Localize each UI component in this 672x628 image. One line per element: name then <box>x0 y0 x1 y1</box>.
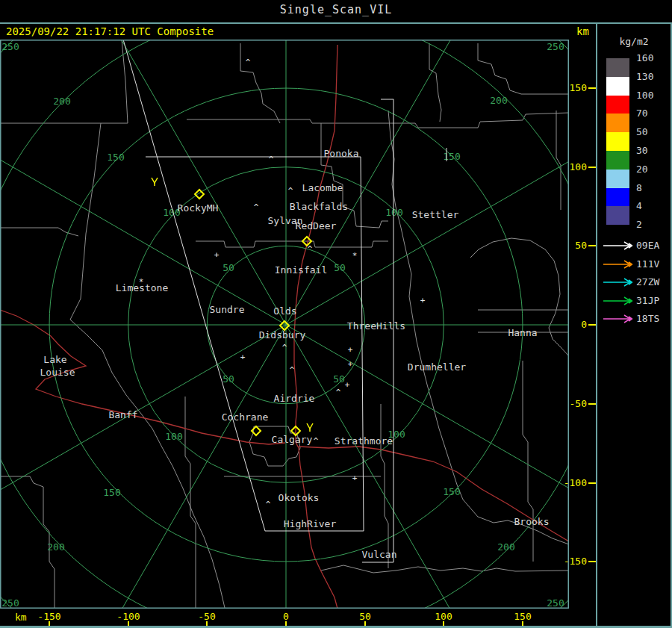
city-label: Drumheller <box>408 361 466 373</box>
town-marker: ^ <box>308 244 313 254</box>
right-axis-unit-label: km <box>576 25 589 37</box>
city-label: ThreeHills <box>347 320 405 332</box>
bottom-axis-tick-label: 150 <box>514 611 531 622</box>
boundary-line <box>470 238 569 356</box>
city-label: Calgary <box>272 434 313 445</box>
city-label: Sundre <box>210 304 245 315</box>
color-scale-swatch <box>606 132 629 151</box>
town-marker: ^ <box>282 343 287 352</box>
ring-distance-label: 200 <box>47 541 64 553</box>
town-marker: + <box>420 296 426 305</box>
station-arrow-icon <box>602 296 635 305</box>
town-marker: + <box>345 380 350 390</box>
bottom-axis-tick-label: -50 <box>198 611 215 622</box>
color-scale-value: 30 <box>636 145 648 156</box>
color-scale-value: 4 <box>636 200 642 211</box>
town-marker: ^ <box>246 57 251 67</box>
color-scale-value: 100 <box>636 90 653 101</box>
color-scale-swatch <box>606 77 629 96</box>
color-scale-swatch <box>606 114 629 132</box>
right-axis-tick <box>588 324 596 326</box>
ring-distance-label: 150 <box>443 486 460 497</box>
city-label: Lake <box>43 354 66 365</box>
right-axis-tick-label: 0 <box>581 319 587 330</box>
ring-distance-label: 250 <box>1 41 19 52</box>
ring-distance-label: 50 <box>333 373 345 385</box>
ring-distance-label: 250 <box>547 41 564 52</box>
city-label: Strathmore <box>335 435 393 447</box>
pointer-arrow-icon <box>152 178 158 183</box>
ring-distance-label: 100 <box>385 207 402 218</box>
town-marker: + <box>348 359 353 369</box>
bottom-axis-tick-label: 0 <box>283 611 289 622</box>
right-axis-tick-label: 50 <box>575 240 587 251</box>
city-label: RockyMH <box>178 202 219 214</box>
ring-distance-label: 50 <box>223 373 234 385</box>
right-axis-tick <box>588 482 596 484</box>
city-label: Stettler <box>412 209 459 220</box>
bottom-axis-tick-label: -150 <box>37 611 60 622</box>
right-axis-tick <box>588 87 596 89</box>
boundary-line <box>0 476 55 608</box>
city-label: HighRiver <box>284 518 337 529</box>
right-axis-tick <box>588 403 596 405</box>
bottom-axis-tick-label: 100 <box>435 611 452 622</box>
city-label: Blackfalds <box>290 201 348 212</box>
ring-distance-label: 200 <box>490 95 507 106</box>
city-label: RedDeer <box>296 220 337 231</box>
city-label: Lacombe <box>302 182 343 193</box>
info-bar: 2025/09/22 21:17:12 UTC Composite km <box>0 24 672 40</box>
legend-unit-label: kg/m2 <box>597 36 671 47</box>
radar-viewer-window: Single_Scan_VIL 2025/09/22 21:17:12 UTC … <box>0 0 672 628</box>
city-label: Okotoks <box>279 492 320 503</box>
right-axis-tick-label: 150 <box>570 82 587 93</box>
city-label: Louise <box>40 367 75 378</box>
color-scale-value: 50 <box>636 126 648 137</box>
ring-distance-label: 100 <box>165 431 182 442</box>
town-marker: ^ <box>254 202 259 212</box>
boundary-line <box>556 111 561 210</box>
right-axis-tick-label: 100 <box>570 161 587 172</box>
ring-distance-label: 50 <box>223 262 234 273</box>
color-scale-value: 160 <box>636 52 653 63</box>
city-label: Vulcan <box>362 549 397 560</box>
city-label: Banff <box>108 409 137 420</box>
town-marker: + <box>240 352 246 362</box>
station-arrow-icon <box>602 241 635 250</box>
city-label: Innisfail <box>275 264 327 276</box>
ring-distance-label: 50 <box>334 262 346 273</box>
map-layers: 5010015020025050100150200250501001502002… <box>0 40 569 609</box>
ring-distance-label: 150 <box>443 151 460 162</box>
boundary-line <box>321 565 569 573</box>
boundary-line <box>0 228 78 236</box>
town-marker: + <box>214 250 220 260</box>
station-id-label: 27ZW <box>636 276 659 287</box>
bottom-axis-unit-label: km <box>15 612 27 623</box>
window-title: Single_Scan_VIL <box>280 3 392 16</box>
color-scale-swatch <box>606 170 629 188</box>
ring-distance-label: 250 <box>547 597 564 609</box>
radar-map-view[interactable]: 5010015020025050100150200250501001502002… <box>0 40 569 609</box>
color-scale-swatch <box>606 58 629 77</box>
bottom-distance-axis: km -150-100-50050100150 <box>0 609 672 626</box>
town-marker: ^ <box>314 436 319 446</box>
town-marker: ^ <box>288 186 293 196</box>
town-marker: + <box>352 473 358 483</box>
window-title-bar: Single_Scan_VIL <box>0 0 672 22</box>
bottom-axis-tick-label: -100 <box>116 611 140 622</box>
bottom-axis-tick-label: 50 <box>359 611 371 622</box>
right-axis-tick <box>588 245 596 246</box>
station-id-label: 111V <box>636 258 659 270</box>
right-distance-axis: 150100500-50-100-150 <box>569 40 596 609</box>
color-scale-value: 2 <box>636 219 642 230</box>
city-label: Didsbury <box>259 329 306 341</box>
boundary-line <box>185 397 196 608</box>
color-scale-swatch <box>606 206 629 225</box>
right-axis-tick-label: -50 <box>570 398 587 409</box>
boundary-line <box>388 111 569 544</box>
boundary-line <box>240 43 280 123</box>
city-label: Cochrane <box>222 411 269 423</box>
right-axis-tick-label: -100 <box>564 477 587 488</box>
town-marker: ^ <box>266 500 271 509</box>
ring-distance-label: 250 <box>1 597 19 609</box>
